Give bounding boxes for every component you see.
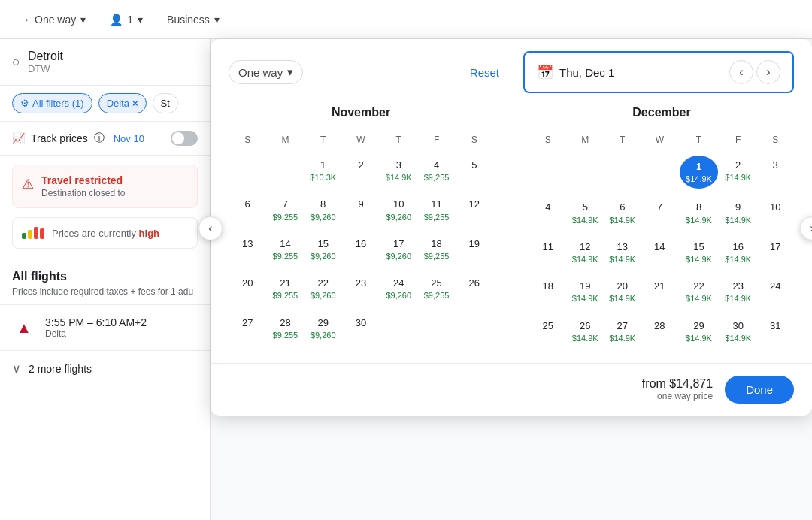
more-flights-row[interactable]: ∨ 2 more flights: [0, 350, 210, 386]
calendar-day[interactable]: 31: [756, 312, 794, 351]
calendar-day[interactable]: 14: [641, 233, 679, 272]
calendar-day[interactable]: 8$14.9K: [678, 193, 720, 232]
calendar-day[interactable]: 21: [641, 272, 679, 311]
calendar-day[interactable]: 17: [756, 233, 794, 272]
calendar-day[interactable]: 20: [229, 269, 266, 308]
calendar-day[interactable]: 12: [456, 190, 493, 229]
calendar-day[interactable]: 3$14.9K: [380, 151, 417, 190]
calendar-day[interactable]: 6$14.9K: [604, 193, 641, 232]
day-price: $14.9K: [572, 255, 598, 265]
calendar-day[interactable]: 10$9,260: [380, 190, 417, 229]
calendar-day[interactable]: 9$14.9K: [720, 193, 757, 232]
flight-row[interactable]: ▲ 3:55 PM – 6:10 AM+2 Delta: [0, 304, 210, 350]
calendar-next-button[interactable]: ›: [756, 60, 780, 84]
day-number: 31: [770, 319, 780, 333]
day-number: 18: [431, 237, 441, 251]
calendar-day[interactable]: 15$14.9K: [678, 233, 720, 272]
calendar-day[interactable]: 6: [229, 190, 266, 229]
calendar-prev-button[interactable]: ‹: [729, 60, 753, 84]
calendar-reset-button[interactable]: Reset: [470, 66, 499, 79]
calendar-day[interactable]: 16$14.9K: [720, 233, 757, 272]
calendar-day[interactable]: 7$9,255: [266, 190, 304, 229]
calendar-day[interactable]: 10: [756, 193, 794, 232]
calendar-day[interactable]: 2$14.9K: [720, 151, 757, 193]
calendar-day[interactable]: 1$14.9K: [678, 151, 720, 193]
calendar-day[interactable]: 1$10.3K: [304, 151, 342, 190]
calendar-day[interactable]: 12$14.9K: [567, 233, 604, 272]
track-prices-toggle[interactable]: [171, 131, 198, 146]
cabin-selector[interactable]: Business ▾: [159, 9, 227, 30]
calendar-day[interactable]: 18$9,255: [417, 230, 455, 269]
day-number: 22: [317, 277, 328, 290]
price-summary: from $14,871 one way price: [642, 377, 713, 401]
december-calendar: December SMTWTFS1$14.9K2$14.9K345$14.9K6…: [529, 106, 794, 351]
day-number: 5: [471, 159, 477, 172]
calendar-footer: from $14,871 one way price Done: [211, 363, 812, 416]
calendar-day[interactable]: 11$9,255: [417, 190, 455, 229]
calendar-day[interactable]: 26: [456, 269, 493, 308]
calendar-day[interactable]: 23$14.9K: [720, 272, 757, 311]
bar-4: [40, 228, 44, 239]
calendar-day[interactable]: 29$14.9K: [678, 312, 720, 351]
calendar-date-input[interactable]: 📅 Thu, Dec 1 ‹ ›: [523, 51, 794, 93]
calendar-header: One way ▾ Reset 📅 Thu, Dec 1 ‹ ›: [211, 39, 812, 94]
prices-notice-card: Prices are currently high: [12, 217, 198, 249]
all-filters-button[interactable]: ⚙ All filters (1): [12, 93, 92, 113]
calendar-day[interactable]: 29$9,260: [304, 309, 342, 348]
calendar-day[interactable]: 15$9,260: [304, 230, 342, 269]
calendar-day[interactable]: 13: [229, 230, 266, 269]
calendar-day[interactable]: 11: [529, 233, 567, 272]
calendar-day[interactable]: 8$9,260: [304, 190, 342, 229]
calendar-day[interactable]: 25$9,255: [417, 269, 455, 308]
day-price: $9,260: [386, 291, 411, 301]
calendar-day[interactable]: 7: [641, 193, 679, 232]
calendar-day[interactable]: 22$14.9K: [678, 272, 720, 311]
calendar-day[interactable]: 5$14.9K: [567, 193, 604, 232]
delta-filter-chip[interactable]: Delta ×: [98, 93, 147, 113]
calendar-day[interactable]: 18: [529, 272, 567, 311]
calendar-day[interactable]: 17$9,260: [380, 230, 417, 269]
calendar-scroll-left-button[interactable]: ‹: [198, 216, 223, 240]
calendar-day[interactable]: 25: [529, 312, 567, 351]
calendar-day[interactable]: 4: [529, 193, 567, 232]
day-number: 4: [434, 159, 439, 172]
calendar-day[interactable]: 2: [342, 151, 380, 190]
calendar-day[interactable]: 24$9,260: [380, 269, 417, 308]
calendar-day[interactable]: 3: [756, 151, 794, 193]
calendar-day[interactable]: 27$14.9K: [604, 312, 641, 351]
st-filter-button[interactable]: St: [153, 93, 178, 113]
day-price: $9,255: [273, 252, 298, 262]
done-button[interactable]: Done: [725, 376, 794, 404]
calendar-day[interactable]: 19$14.9K: [567, 272, 604, 311]
calendar-trip-type[interactable]: One way ▾: [229, 60, 303, 84]
calendar-day[interactable]: 30$14.9K: [720, 312, 757, 351]
calendar-day[interactable]: 26$14.9K: [567, 312, 604, 351]
trending-icon: 📈: [12, 132, 25, 144]
track-prices-info-icon[interactable]: ⓘ: [94, 132, 105, 145]
calendar-day[interactable]: 9: [342, 190, 380, 229]
calendar-day[interactable]: 20$14.9K: [604, 272, 641, 311]
day-number: 12: [469, 198, 480, 211]
calendar-day[interactable]: 28$9,255: [266, 309, 304, 348]
day-price: $9,260: [311, 331, 336, 340]
calendar-day[interactable]: 4$9,255: [417, 151, 455, 190]
delta-chip-label: Delta: [107, 98, 129, 109]
calendar-day[interactable]: 14$9,255: [266, 230, 304, 269]
calendar-day[interactable]: 28: [641, 312, 679, 351]
calendar-day[interactable]: 23: [342, 269, 380, 308]
all-flights-heading: All flights: [0, 258, 210, 286]
calendar-day[interactable]: 30: [342, 309, 380, 348]
calendar-day[interactable]: 5: [456, 151, 493, 190]
november-title: November: [229, 106, 493, 119]
remove-delta-filter-button[interactable]: ×: [132, 98, 138, 109]
calendar-day[interactable]: 27: [229, 309, 266, 348]
passengers-selector[interactable]: 👤 1 ▾: [102, 9, 150, 30]
calendar-day[interactable]: 21$9,255: [266, 269, 304, 308]
calendar-day[interactable]: 24: [756, 272, 794, 311]
calendar-day[interactable]: 13$14.9K: [604, 233, 641, 272]
day-price: $14.9K: [686, 255, 712, 265]
calendar-day[interactable]: 22$9,260: [304, 269, 342, 308]
calendar-day[interactable]: 19: [456, 230, 493, 269]
calendar-day[interactable]: 16: [342, 230, 380, 269]
trip-type-selector[interactable]: → One way ▾: [12, 9, 93, 30]
